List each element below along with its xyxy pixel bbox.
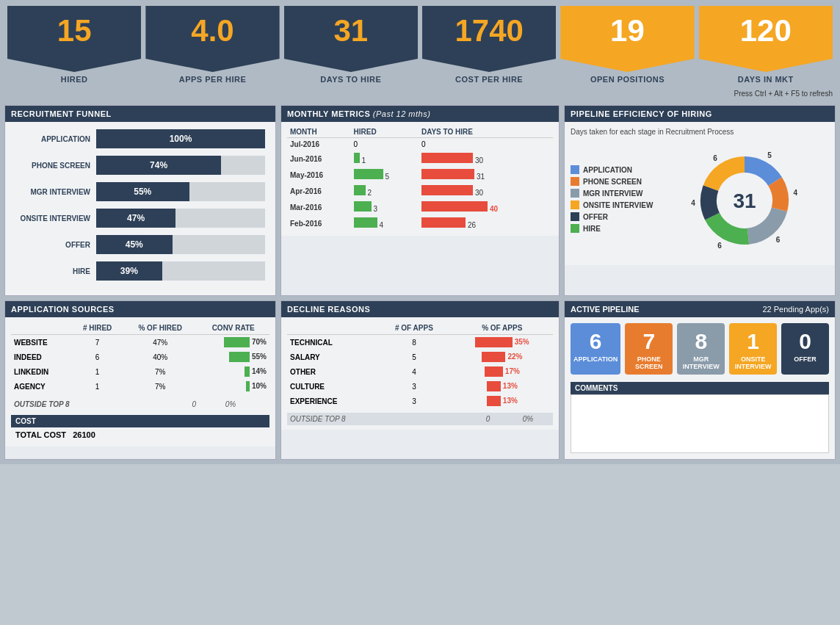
d-col-pct: % OF APPS [451,322,553,335]
decline-header: DECLINE REASONS [281,301,559,317]
pipeline-panel: PIPELINE EFFICIENCY OF HIRING Days taken… [564,105,836,296]
legend-item: MGR INTERVIEW [571,189,653,198]
metrics-row: Jul-201600 [287,138,553,151]
donut-segment [747,208,787,245]
legend-color [571,189,579,198]
donut-wrap: 54664631 [660,142,829,259]
legend-color [571,200,579,209]
legend-item: HIRE [571,224,653,233]
kpi-value: 120 [699,6,833,72]
pipeline-boxes: 6APPLICATION7PHONE SCREEN8MGR INTERVIEW1… [571,323,829,375]
outside-pct: 0% [208,398,253,411]
funnel-bar-wrap: 74% [96,156,265,175]
donut-chart: 54664631 [686,142,803,259]
cost-header: COST [11,415,269,427]
pipeline-subtitle: Days taken for each stage in Recruitment… [571,128,829,136]
d-outside-apps: 0 [473,413,503,425]
pipeline-stage-box: 0OFFER [781,323,829,375]
decline-row: CULTURE313% [287,379,553,394]
metrics-row: May-2016531 [287,167,553,183]
decline-panel: DECLINE REASONS # OF APPS % OF APPS TECH… [280,300,560,460]
kpi-label: DAYS IN MKT [738,72,794,88]
outside-label: OUTSIDE TOP 8 [11,398,181,411]
donut-label: 5 [767,151,772,159]
donut-label: 4 [691,199,695,207]
funnel-row: PHONE SCREEN74% [15,156,265,175]
kpi-item: 19OPEN POSITIONS [560,6,694,88]
metrics-row: Mar-2016340 [287,199,553,215]
kpi-item: 4.0APPS PER HIRE [145,6,279,88]
kpi-value: 1740 [422,6,556,72]
source-row: LINKEDIN17%14% [11,364,269,379]
cost-section: COST TOTAL COST 26100 [11,415,269,442]
legend-color [571,212,579,221]
sources-outside-table: OUTSIDE TOP 8 0 0% [11,398,269,411]
kpi-label: APPS PER HIRE [179,72,246,88]
decline-row: SALARY522% [287,350,553,364]
comments-header: COMMENTS [571,382,829,394]
active-pipeline-header: ACTIVE PIPELINE 22 Pending App(s) [565,301,835,317]
kpi-label: DAYS TO HIRE [320,72,381,88]
funnel-bar: 39% [96,261,162,281]
active-pipeline-body: 6APPLICATION7PHONE SCREEN8MGR INTERVIEW1… [565,317,835,459]
funnel-stage-label: ONSITE INTERVIEW [15,214,96,223]
decline-body: # OF APPS % OF APPS TECHNICAL835%SALARY5… [281,317,559,430]
donut-label: 6 [776,236,781,244]
funnel-bar: 47% [96,209,175,228]
decline-row: TECHNICAL835% [287,335,553,350]
kpi-bar: 15HIRED4.0APPS PER HIRE31DAYS TO HIRE174… [0,0,840,88]
funnel-bar-wrap: 100% [96,129,265,148]
decline-outside-table: OUTSIDE TOP 8 0 0% [287,413,553,425]
pipeline-content: APPLICATIONPHONE SCREENMGR INTERVIEWONSI… [571,142,829,259]
funnel-header: RECRUITMENT FUNNEL [5,106,275,122]
metrics-row: Feb-2016426 [287,215,553,231]
donut-label: 4 [794,189,798,197]
funnel-bar-wrap: 45% [96,235,265,254]
monthly-header: MONTHLY METRICS (Past 12 mths) [281,106,559,122]
metrics-table: MONTHHIREDDAYS TO HIREJul-201600Jun-2016… [287,126,553,231]
app-sources-header: APPLICATION SOURCES [5,301,275,317]
metrics-row: Apr-2016230 [287,183,553,199]
decline-table: # OF APPS % OF APPS TECHNICAL835%SALARY5… [287,322,553,408]
col-conv: CONV RATE [197,322,269,335]
col-pct-hired: % OF HIRED [123,322,197,335]
kpi-item: 15HIRED [7,6,141,88]
recruitment-funnel-panel: RECRUITMENT FUNNEL APPLICATION100%PHONE … [4,105,276,296]
legend-item: APPLICATION [571,165,653,174]
funnel-row: ONSITE INTERVIEW47% [15,209,265,228]
active-pipeline-title: ACTIVE PIPELINE [571,305,640,314]
funnel-bar-wrap: 39% [96,261,265,281]
kpi-value: 4.0 [145,6,279,72]
comments-body [571,394,829,453]
donut-segment [703,156,745,191]
funnel-bar: 45% [96,235,173,254]
monthly-metrics-panel: MONTHLY METRICS (Past 12 mths) MONTHHIRE… [280,105,560,296]
d-col-apps: # OF APPS [377,322,451,335]
outside-hired: 0 [181,398,208,411]
pipeline-stage-box: 7PHONE SCREEN [625,323,673,375]
donut-segment [705,213,749,245]
legend-item: OFFER [571,212,653,221]
kpi-item: 1740COST PER HIRE [422,6,556,88]
sources-table: # HIRED % OF HIRED CONV RATE WEBSITE747%… [11,322,269,394]
metrics-row: Jun-2016130 [287,151,553,167]
cost-label: TOTAL COST [15,430,66,439]
d-outside-label: OUTSIDE TOP 8 [287,413,473,425]
pipeline-stage-box: 6APPLICATION [571,323,620,375]
col-source [11,322,71,335]
kpi-value: 19 [560,6,694,72]
funnel-bar: 74% [96,156,221,175]
metrics-body: MONTHHIREDDAYS TO HIREJul-201600Jun-2016… [281,122,559,236]
funnel-bar: 100% [96,129,265,148]
funnel-stage-label: MGR INTERVIEW [15,188,96,196]
legend-color [571,165,579,174]
main-grid: RECRUITMENT FUNNEL APPLICATION100%PHONE … [0,101,840,464]
funnel-bar: 55% [96,182,189,201]
kpi-item: 31DAYS TO HIRE [284,6,418,88]
source-row: AGENCY17%10% [11,379,269,394]
kpi-label: COST PER HIRE [455,72,523,88]
source-row: INDEED640%55% [11,350,269,364]
decline-row: OTHER417% [287,364,553,379]
d-col-reason [287,322,377,335]
kpi-value: 31 [284,6,418,72]
